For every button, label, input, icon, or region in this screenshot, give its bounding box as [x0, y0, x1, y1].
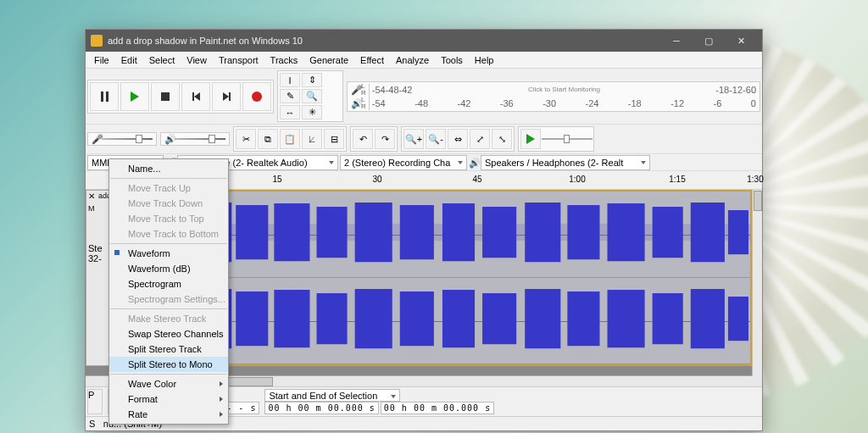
track-dropdown-menu[interactable]: Name... Move Track Up Move Track Down Mo…	[108, 158, 229, 425]
menu-edit[interactable]: Edit	[116, 53, 142, 67]
menu-item-move-up: Move Track Up	[109, 180, 228, 196]
play-volume-slider[interactable]: 🔊	[160, 132, 230, 146]
trim-icon[interactable]: ⟀	[302, 129, 322, 149]
tick: -36	[500, 98, 514, 108]
menu-item-waveform[interactable]: Waveform	[109, 246, 228, 261]
copy-icon[interactable]: ⧉	[258, 129, 278, 149]
zoom-tool-icon[interactable]: 🔍	[302, 89, 322, 103]
menu-item-wave-color[interactable]: Wave Color	[109, 376, 228, 391]
skip-end-button[interactable]	[212, 82, 241, 111]
tick: -18	[715, 85, 729, 95]
window-title: add a drop shadow in Paint.net on Window…	[108, 36, 660, 46]
envelope-tool-icon[interactable]: ⇕	[302, 73, 322, 87]
meter-lr-label: LR	[361, 97, 370, 110]
timeshift-tool-icon[interactable]: ↔	[280, 105, 300, 119]
tick: -42	[457, 98, 470, 108]
rec-volume-slider[interactable]: 🎤	[87, 132, 157, 146]
recording-meter[interactable]: 🎤 LR -54 -48 -42 Click to Start Monitori…	[347, 81, 760, 112]
menu-file[interactable]: File	[89, 53, 114, 67]
redo-icon[interactable]: ↷	[375, 129, 395, 149]
selection-mode-combo[interactable]: Start and End of Selection	[264, 389, 400, 402]
menubar[interactable]: File Edit Select View Transport Tracks G…	[86, 52, 762, 69]
menu-tools[interactable]: Tools	[436, 53, 468, 67]
selection-end-value[interactable]: 00 h 00 m 00.000 s	[381, 402, 494, 414]
tick: 0	[751, 98, 756, 108]
track-mute-button[interactable]: M	[88, 204, 95, 213]
tick: -48	[386, 85, 399, 95]
draw-tool-icon[interactable]: ✎	[280, 89, 300, 103]
track-close-icon[interactable]: ✕	[88, 192, 95, 201]
paste-icon[interactable]: 📋	[280, 129, 300, 149]
ruler-label: 30	[372, 175, 381, 184]
fit-project-icon[interactable]: ⤢	[470, 129, 490, 149]
track-rate-label: 32-	[88, 253, 102, 264]
cut-icon[interactable]: ✂	[236, 129, 256, 149]
menu-item-waveform-db[interactable]: Waveform (dB)	[109, 261, 228, 276]
zoom-out-icon[interactable]: 🔍-	[426, 129, 446, 149]
menu-select[interactable]: Select	[144, 53, 181, 67]
meter-hint[interactable]: Click to Start Monitoring	[413, 86, 716, 93]
tick: 0	[751, 85, 756, 95]
menu-item-split-stereo-mono[interactable]: Split Stereo to Mono	[109, 357, 228, 372]
menu-item-swap-channels[interactable]: Swap Stereo Channels	[109, 326, 228, 341]
zoom-in-icon[interactable]: 🔍+	[403, 129, 424, 149]
maximize-button[interactable]: ▢	[693, 30, 725, 52]
svg-rect-9	[525, 203, 560, 262]
menu-item-spectrogram[interactable]: Spectrogram	[109, 276, 228, 291]
transport-controls	[87, 80, 274, 114]
stop-button[interactable]	[151, 82, 180, 111]
track-stereo-label: Ste	[88, 243, 103, 253]
menu-effect[interactable]: Effect	[355, 53, 389, 67]
menu-item-split-stereo[interactable]: Split Stereo Track	[109, 341, 228, 357]
ruler-label: 1:30	[747, 175, 763, 184]
vertical-scrollbar[interactable]	[752, 190, 762, 376]
menu-item-rate[interactable]: Rate	[109, 407, 228, 422]
play-speed-button[interactable]	[520, 129, 541, 149]
edit-toolbar: ✂ ⧉ 📋 ⟀ ⊟	[233, 126, 347, 152]
ruler-label: 45	[472, 175, 481, 184]
svg-rect-3	[274, 203, 309, 261]
menu-item-name[interactable]: Name...	[109, 161, 228, 176]
play-device-combo[interactable]: Speakers / Headphones (2- Realt	[481, 155, 650, 170]
minimize-button[interactable]: ─	[660, 30, 693, 52]
menu-tracks[interactable]: Tracks	[265, 53, 303, 67]
tick: -12	[670, 98, 684, 108]
fit-selection-icon[interactable]: ⇔	[448, 129, 468, 149]
app-icon	[91, 35, 103, 47]
menu-analyze[interactable]: Analyze	[391, 53, 434, 67]
titlebar[interactable]: add a drop shadow in Paint.net on Window…	[86, 30, 762, 52]
project-rate-panel[interactable]: P	[87, 389, 103, 414]
undo-icon[interactable]: ↶	[353, 129, 373, 149]
selection-tool-icon[interactable]: I	[280, 73, 300, 87]
mic-icon: 🎤	[351, 85, 361, 95]
rec-channels-combo[interactable]: 2 (Stereo) Recording Cha	[340, 155, 467, 170]
channel-left[interactable]	[172, 192, 750, 278]
pause-button[interactable]	[90, 82, 119, 111]
menu-item-format[interactable]: Format	[109, 391, 228, 407]
menu-generate[interactable]: Generate	[304, 53, 353, 67]
waveform-display[interactable]	[170, 190, 752, 366]
menu-item-move-bottom: Move Track to Bottom	[109, 226, 228, 241]
menu-transport[interactable]: Transport	[214, 53, 264, 67]
toolbar-row-2: 🎤 🔊 ✂ ⧉ 📋 ⟀ ⊟ ↶ ↷ 🔍+ 🔍- ⇔ ⤢ ⤡	[86, 125, 762, 154]
tick: -30	[542, 98, 556, 108]
toolbar-row-1: I ⇕ ✎ 🔍 ↔ ✳ 🎤 LR -54 -48 -42 Click to St…	[86, 69, 762, 125]
zoom-toggle-icon[interactable]: ⤡	[492, 129, 512, 149]
menu-view[interactable]: View	[181, 53, 212, 67]
tick: -48	[415, 98, 428, 108]
channel-right[interactable]	[172, 278, 750, 364]
play-button[interactable]	[120, 82, 149, 111]
ruler-label: 1:00	[569, 175, 585, 184]
speaker-icon: 🔊	[164, 134, 175, 145]
close-button[interactable]: ✕	[725, 30, 757, 52]
svg-rect-11	[607, 203, 644, 261]
menu-help[interactable]: Help	[470, 53, 499, 67]
menu-item-make-stereo: Make Stereo Track	[109, 311, 228, 326]
record-button[interactable]	[242, 82, 271, 111]
svg-rect-13	[691, 203, 725, 262]
silence-icon[interactable]: ⊟	[324, 129, 344, 149]
multi-tool-icon[interactable]: ✳	[302, 105, 322, 119]
waveform-icon	[172, 198, 750, 266]
selection-start-value[interactable]: 00 h 00 m 00.000 s	[264, 402, 378, 414]
skip-start-button[interactable]	[181, 82, 210, 111]
